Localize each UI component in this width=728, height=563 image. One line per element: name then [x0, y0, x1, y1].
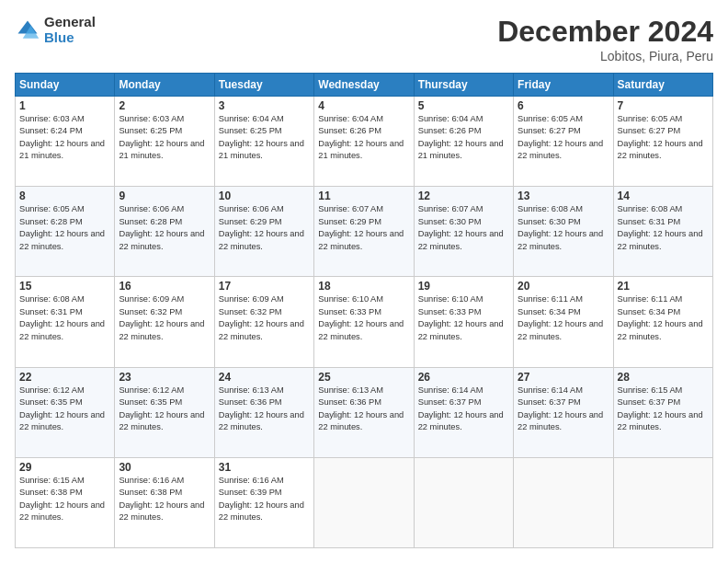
col-sunday: Sunday — [16, 74, 115, 97]
day-4: 4Sunrise: 6:04 AMSunset: 6:26 PMDaylight… — [314, 97, 414, 187]
calendar-header-row: Sunday Monday Tuesday Wednesday Thursday… — [16, 74, 713, 97]
day-21: 21Sunrise: 6:11 AMSunset: 6:34 PMDayligh… — [613, 277, 712, 367]
day-27: 27Sunrise: 6:14 AMSunset: 6:37 PMDayligh… — [514, 367, 613, 457]
day-25: 25Sunrise: 6:13 AMSunset: 6:36 PMDayligh… — [314, 367, 414, 457]
day-29: 29Sunrise: 6:15 AMSunset: 6:38 PMDayligh… — [16, 457, 115, 547]
week-row-1: 1Sunrise: 6:03 AMSunset: 6:24 PMDaylight… — [16, 97, 713, 187]
day-23: 23Sunrise: 6:12 AMSunset: 6:35 PMDayligh… — [115, 367, 214, 457]
day-3: 3Sunrise: 6:04 AMSunset: 6:25 PMDaylight… — [214, 97, 313, 187]
week-row-3: 15Sunrise: 6:08 AMSunset: 6:31 PMDayligh… — [16, 277, 713, 367]
logo-general-text: General — [44, 15, 96, 30]
header: General Blue December 2024 Lobitos, Piur… — [15, 15, 713, 63]
logo-blue-text: Blue — [44, 30, 96, 46]
day-17: 17Sunrise: 6:09 AMSunset: 6:32 PMDayligh… — [214, 277, 313, 367]
location: Lobitos, Piura, Peru — [497, 49, 713, 63]
calendar-table: Sunday Monday Tuesday Wednesday Thursday… — [15, 73, 713, 548]
page: General Blue December 2024 Lobitos, Piur… — [0, 0, 728, 563]
day-1: 1Sunrise: 6:03 AMSunset: 6:24 PMDaylight… — [16, 97, 115, 187]
day-28: 28Sunrise: 6:15 AMSunset: 6:37 PMDayligh… — [613, 367, 712, 457]
col-tuesday: Tuesday — [214, 74, 313, 97]
month-title: December 2024 — [497, 15, 713, 49]
logo: General Blue — [15, 15, 96, 45]
day-5: 5Sunrise: 6:04 AMSunset: 6:26 PMDaylight… — [414, 97, 513, 187]
day-9: 9Sunrise: 6:06 AMSunset: 6:28 PMDaylight… — [115, 187, 214, 277]
day-30: 30Sunrise: 6:16 AMSunset: 6:38 PMDayligh… — [115, 457, 214, 547]
day-16: 16Sunrise: 6:09 AMSunset: 6:32 PMDayligh… — [115, 277, 214, 367]
empty-day — [514, 457, 613, 547]
day-26: 26Sunrise: 6:14 AMSunset: 6:37 PMDayligh… — [414, 367, 513, 457]
day-18: 18Sunrise: 6:10 AMSunset: 6:33 PMDayligh… — [314, 277, 414, 367]
day-6: 6Sunrise: 6:05 AMSunset: 6:27 PMDaylight… — [514, 97, 613, 187]
col-thursday: Thursday — [414, 74, 513, 97]
empty-day — [414, 457, 513, 547]
day-12: 12Sunrise: 6:07 AMSunset: 6:30 PMDayligh… — [414, 187, 513, 277]
col-saturday: Saturday — [613, 74, 712, 97]
title-block: December 2024 Lobitos, Piura, Peru — [497, 15, 713, 63]
week-row-5: 29Sunrise: 6:15 AMSunset: 6:38 PMDayligh… — [16, 457, 713, 547]
day-14: 14Sunrise: 6:08 AMSunset: 6:31 PMDayligh… — [613, 187, 712, 277]
day-31: 31Sunrise: 6:16 AMSunset: 6:39 PMDayligh… — [214, 457, 313, 547]
empty-day — [314, 457, 414, 547]
week-row-2: 8Sunrise: 6:05 AMSunset: 6:28 PMDaylight… — [16, 187, 713, 277]
day-10: 10Sunrise: 6:06 AMSunset: 6:29 PMDayligh… — [214, 187, 313, 277]
day-8: 8Sunrise: 6:05 AMSunset: 6:28 PMDaylight… — [16, 187, 115, 277]
day-19: 19Sunrise: 6:10 AMSunset: 6:33 PMDayligh… — [414, 277, 513, 367]
day-2: 2Sunrise: 6:03 AMSunset: 6:25 PMDaylight… — [115, 97, 214, 187]
day-15: 15Sunrise: 6:08 AMSunset: 6:31 PMDayligh… — [16, 277, 115, 367]
day-22: 22Sunrise: 6:12 AMSunset: 6:35 PMDayligh… — [16, 367, 115, 457]
day-7: 7Sunrise: 6:05 AMSunset: 6:27 PMDaylight… — [613, 97, 712, 187]
col-wednesday: Wednesday — [314, 74, 414, 97]
logo-icon — [15, 17, 40, 43]
empty-day — [613, 457, 712, 547]
day-11: 11Sunrise: 6:07 AMSunset: 6:29 PMDayligh… — [314, 187, 414, 277]
week-row-4: 22Sunrise: 6:12 AMSunset: 6:35 PMDayligh… — [16, 367, 713, 457]
day-24: 24Sunrise: 6:13 AMSunset: 6:36 PMDayligh… — [214, 367, 313, 457]
col-monday: Monday — [115, 74, 214, 97]
day-13: 13Sunrise: 6:08 AMSunset: 6:30 PMDayligh… — [514, 187, 613, 277]
col-friday: Friday — [514, 74, 613, 97]
day-20: 20Sunrise: 6:11 AMSunset: 6:34 PMDayligh… — [514, 277, 613, 367]
